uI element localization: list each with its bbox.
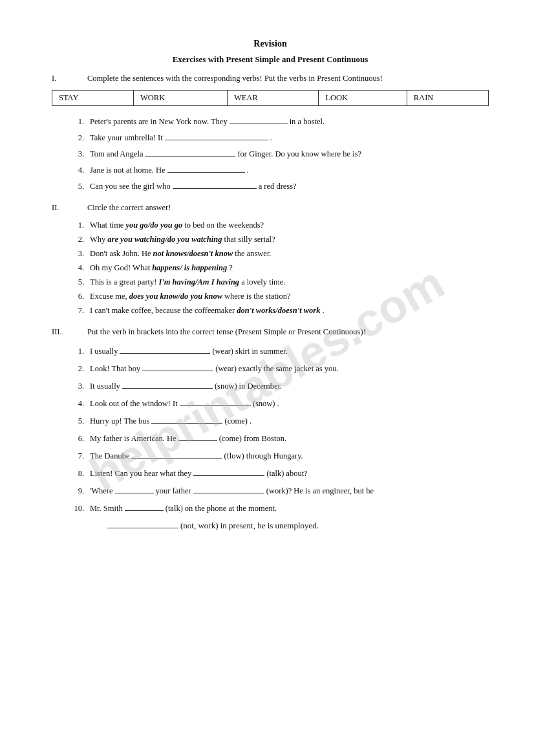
answer-blank[interactable] bbox=[151, 415, 222, 424]
item-number: 2. bbox=[71, 133, 84, 143]
item-number: 2. bbox=[71, 235, 84, 244]
sentence-end: . bbox=[247, 166, 249, 175]
list-item: 7.I can't make coffee, because the coffe… bbox=[71, 306, 489, 316]
sentence-pre: I can't make coffee, because the coffeem… bbox=[90, 306, 235, 316]
section1-numeral: I. bbox=[52, 74, 87, 83]
item-number: 9. bbox=[71, 486, 84, 496]
answer-choices: are you watching/do you watching bbox=[107, 235, 222, 244]
word-cell: LOOK bbox=[319, 91, 407, 106]
item-number: 3. bbox=[71, 249, 84, 259]
sentence-post: He is an engineer, but he bbox=[294, 486, 374, 496]
answer-blank[interactable] bbox=[178, 432, 217, 441]
sentence-pre: Don't ask John. He bbox=[90, 249, 151, 259]
sentence-mid: your father bbox=[156, 486, 191, 496]
item-number: 4. bbox=[71, 166, 84, 175]
list-item: 4.Look out of the window! It (snow) . bbox=[71, 397, 489, 409]
item-number: 6. bbox=[71, 434, 84, 444]
list-item: 1.Peter's parents are in New York now. T… bbox=[71, 115, 489, 127]
bracket-verb: (flow) bbox=[224, 451, 244, 461]
sentence-mid: a red dress? bbox=[259, 182, 297, 191]
list-item: 6.My father is American. He (come) from … bbox=[71, 432, 489, 444]
item-number: 3. bbox=[71, 149, 84, 159]
sentence-continuation: (not, work) in present, he is unemployed… bbox=[107, 519, 489, 531]
sentence-pre: Look out of the window! It bbox=[90, 399, 178, 409]
list-item: 7.The Danube (flow) through Hungary. bbox=[71, 449, 489, 461]
answer-blank[interactable] bbox=[167, 164, 245, 173]
list-item: 5.This is a great party! I'm having/Am I… bbox=[71, 277, 489, 287]
answer-choices: you go/do you go bbox=[125, 221, 182, 230]
item-number: 1. bbox=[71, 221, 84, 230]
sentence-post: a lovely time. bbox=[241, 277, 285, 287]
list-item: 2.Why are you watching/do you watching t… bbox=[71, 235, 489, 244]
bracket-verb: (talk) bbox=[266, 469, 284, 479]
answer-blank[interactable] bbox=[125, 502, 164, 511]
item-number: 8. bbox=[71, 469, 84, 479]
bracket-verb: (wear) bbox=[212, 347, 233, 356]
list-item: 4.Oh my God! What happens/ is happening? bbox=[71, 263, 489, 273]
sentence-pre: Why bbox=[90, 235, 105, 244]
sentence-pre: Excuse me, bbox=[90, 292, 127, 301]
bracket-verb: (work)? bbox=[266, 486, 292, 496]
word-cell: RAIN bbox=[407, 91, 488, 106]
sentence-end: in a hostel. bbox=[290, 117, 325, 127]
answer-blank[interactable] bbox=[230, 115, 288, 124]
answer-blank[interactable] bbox=[173, 180, 257, 189]
answer-choices: I'm having/Am I having bbox=[158, 277, 239, 287]
item-number: 5. bbox=[71, 277, 84, 287]
page-title: Revision bbox=[52, 39, 489, 49]
list-item: 1.I usually (wear) skirt in summer. bbox=[71, 345, 489, 356]
sentence-pre: Can you see the girl who bbox=[90, 182, 171, 191]
page-subtitle: Exercises with Present Simple and Presen… bbox=[52, 54, 489, 65]
sentence-post: to bed on the weekends? bbox=[184, 221, 264, 230]
sentence-post: on the phone at the moment. bbox=[185, 504, 277, 513]
item-number: 3. bbox=[71, 382, 84, 391]
answer-blank[interactable] bbox=[107, 519, 178, 528]
answer-blank[interactable] bbox=[131, 449, 222, 459]
sentence-post: . bbox=[322, 306, 324, 316]
list-item: 2.Take your umbrella! It . bbox=[71, 131, 489, 143]
item-number: 7. bbox=[71, 451, 84, 461]
item-number: 1. bbox=[71, 117, 84, 127]
list-item: 4.Jane is not at home. He . bbox=[71, 164, 489, 175]
section1-instruction-text: Complete the sentences with the correspo… bbox=[87, 74, 383, 83]
item-number: 2. bbox=[71, 364, 84, 374]
item-number: 5. bbox=[71, 182, 84, 191]
sentence-post: ? bbox=[229, 263, 233, 273]
bracket-verb: (wear) bbox=[215, 364, 237, 374]
sentence-pre: Peter's parents are in New York now. The… bbox=[90, 117, 228, 127]
list-item: 10.Mr. Smith (talk) on the phone at the … bbox=[71, 502, 489, 513]
answer-blank[interactable] bbox=[180, 397, 251, 406]
sentence-pre: I usually bbox=[90, 347, 118, 356]
section3-numeral: III. bbox=[52, 327, 87, 337]
sentence-mid: for Ginger. Do you know where he is? bbox=[237, 149, 361, 159]
section2-header: II. Circle the correct answer! bbox=[52, 203, 489, 213]
word-cell: WORK bbox=[134, 91, 228, 106]
answer-blank-2[interactable] bbox=[193, 484, 264, 493]
answer-choices: don't works/doesn't work bbox=[237, 306, 320, 316]
answer-blank[interactable] bbox=[120, 345, 210, 354]
item-number: 7. bbox=[71, 306, 84, 316]
answer-blank[interactable] bbox=[115, 484, 154, 493]
sentence-post: in December. bbox=[239, 382, 283, 391]
answer-blank[interactable] bbox=[165, 131, 268, 140]
bracket-verb: (snow) bbox=[215, 382, 237, 391]
section3-header: III. Put the verb in brackets into the c… bbox=[52, 327, 489, 337]
answer-blank[interactable] bbox=[122, 380, 213, 389]
sentence-pre: This is a great party! bbox=[90, 277, 156, 287]
sentence-pre: Tom and Angela bbox=[90, 149, 143, 159]
answer-blank[interactable] bbox=[193, 467, 264, 476]
sentence-pre: Take your umbrella! It bbox=[90, 133, 163, 143]
answer-blank[interactable] bbox=[145, 147, 235, 157]
item-number: 1. bbox=[71, 347, 84, 356]
item-number: 6. bbox=[71, 292, 84, 301]
list-item: 6.Excuse me, does you know/do you know w… bbox=[71, 292, 489, 301]
sentence-post: . bbox=[250, 416, 251, 426]
sentence-pre: It usually bbox=[90, 382, 120, 391]
section1-list: 1.Peter's parents are in New York now. T… bbox=[71, 115, 489, 191]
bracket-verb: (talk) bbox=[166, 504, 183, 513]
sentence-post: skirt in summer. bbox=[235, 347, 288, 356]
answer-blank[interactable] bbox=[142, 362, 213, 371]
answer-choices: not knows/doesn't know bbox=[153, 249, 233, 259]
sentence-pre: Look! That boy bbox=[90, 364, 140, 374]
item-number: 4. bbox=[71, 263, 84, 273]
